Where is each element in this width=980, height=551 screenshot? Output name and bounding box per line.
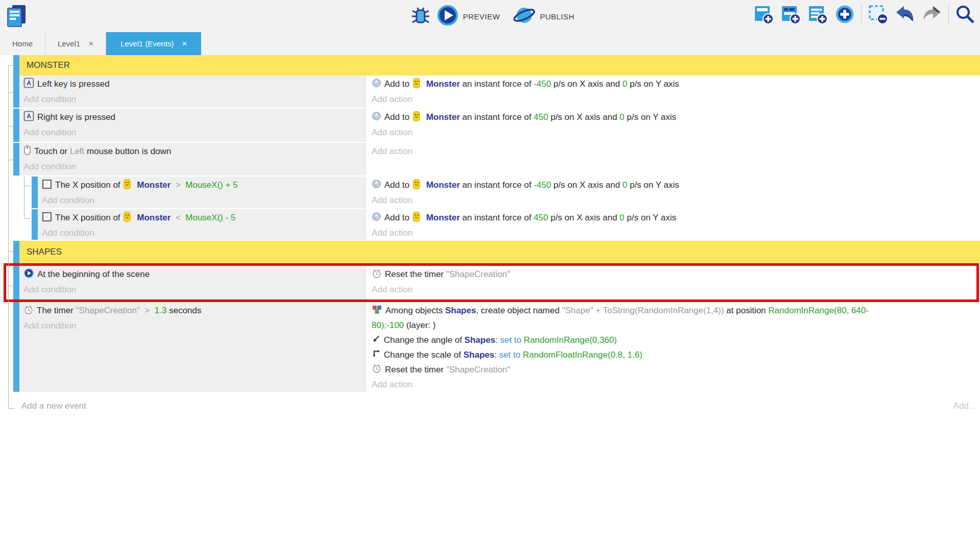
search-button[interactable] — [954, 4, 976, 25]
condition-item[interactable]: At the beginning of the scene — [23, 267, 365, 282]
action-item[interactable]: Among objects Shapes, create object name… — [372, 303, 980, 318]
add-action-link[interactable]: Add action — [372, 125, 980, 140]
event-row[interactable]: The X position of Monster > MouseX() + 5… — [0, 177, 980, 208]
text-fragment: "ShapeCreation" — [446, 269, 510, 280]
mouse-icon — [23, 145, 34, 158]
add-condition-link[interactable]: Add condition — [23, 159, 365, 174]
add-more-link[interactable]: Add... — [953, 401, 976, 411]
scale-icon — [372, 349, 384, 361]
actions-cell[interactable]: Add to Monster an instant force of -450 … — [365, 76, 980, 108]
action-item[interactable]: Add to Monster an instant force of -450 … — [372, 77, 980, 92]
text-fragment: Shapes — [445, 306, 476, 316]
conditions-cell[interactable]: The X position of Monster < MouseX() - 5… — [38, 209, 365, 240]
event-row[interactable]: The timer "ShapeCreation" > 1.3 secondsA… — [0, 302, 980, 392]
event-row[interactable]: The X position of Monster < MouseX() - 5… — [0, 209, 980, 240]
tab-level1-events[interactable]: Level1 (Events) × — [106, 32, 201, 55]
group-label: SHAPES — [19, 241, 980, 263]
actions-cell[interactable]: Among objects Shapes, create object name… — [365, 302, 980, 392]
action-item[interactable]: Add to Monster an instant force of 450 p… — [372, 210, 980, 226]
action-item[interactable]: Add to Monster an instant force of -450 … — [372, 178, 980, 193]
conditions-cell[interactable]: Touch or Left mouse button is downAdd co… — [19, 143, 365, 176]
text-fragment: p/s on Y axis — [627, 79, 679, 89]
actions-cell[interactable]: Add to Monster an instant force of -450 … — [365, 177, 980, 208]
redo-button[interactable] — [921, 4, 943, 25]
timer-icon — [23, 305, 37, 317]
add-new-event-link[interactable]: Add a new event — [21, 401, 86, 411]
condition-item[interactable]: Touch or Left mouse button is down — [23, 144, 365, 159]
event-row[interactable]: Touch or Left mouse button is downAdd co… — [0, 143, 980, 176]
condition-item[interactable]: ALeft key is pressed — [23, 77, 365, 92]
text-fragment: an instant force of — [460, 180, 534, 190]
action-item[interactable]: Change the angle of Shapes: set to Rando… — [372, 333, 980, 347]
project-manager-icon[interactable] — [6, 4, 27, 28]
timer-icon — [372, 363, 385, 376]
text-fragment: -450 — [534, 79, 551, 89]
add-event-button[interactable] — [753, 4, 774, 25]
close-icon[interactable]: × — [88, 39, 93, 49]
add-action-link[interactable]: Add action — [372, 377, 980, 392]
add-subevent-button[interactable] — [780, 4, 801, 25]
add-action-link[interactable]: Add action — [372, 144, 980, 159]
add-condition-link[interactable]: Add condition — [42, 226, 365, 241]
action-item[interactable]: Add to Monster an instant force of 450 p… — [372, 110, 980, 125]
actions-cell[interactable]: Add to Monster an instant force of 450 p… — [365, 209, 980, 240]
debug-button[interactable] — [410, 6, 431, 27]
row-indent — [0, 76, 13, 108]
sheet-footer: Add a new event Add... — [0, 393, 980, 417]
scene-start-icon — [23, 268, 37, 281]
tab-level1[interactable]: Level1 × — [45, 32, 106, 55]
text-fragment: (layer: ) — [404, 320, 435, 331]
add-condition-link[interactable]: Add condition — [42, 193, 365, 208]
add-condition-link[interactable]: Add condition — [23, 92, 365, 107]
action-item[interactable]: Change the scale of Shapes: set to Rando… — [372, 347, 980, 362]
event-group-row[interactable]: SHAPES — [0, 241, 980, 263]
add-action-link[interactable]: Add action — [372, 226, 980, 241]
event-group-row[interactable]: MONSTER — [0, 55, 980, 76]
preview-button[interactable]: PREVIEW — [436, 4, 500, 29]
text-fragment: The timer — [37, 306, 76, 316]
text-fragment: "ShapeCreation" — [446, 365, 510, 375]
tree-line — [24, 186, 31, 186]
conditions-cell[interactable]: ARight key is pressedAdd condition — [19, 109, 365, 142]
tab-home[interactable]: Home — [0, 32, 45, 55]
event-row[interactable]: ALeft key is pressedAdd conditionAdd to … — [0, 76, 980, 108]
action-item[interactable]: Reset the timer "ShapeCreation" — [372, 267, 976, 282]
text-fragment: Left key is pressed — [37, 79, 110, 89]
add-other-button[interactable] — [834, 4, 855, 25]
keyboard-icon: A — [23, 111, 37, 124]
event-bar — [13, 266, 19, 299]
conditions-cell[interactable]: The timer "ShapeCreation" > 1.3 secondsA… — [19, 302, 365, 392]
add-action-link[interactable]: Add action — [372, 282, 976, 297]
actions-cell[interactable]: Add to Monster an instant force of 450 p… — [365, 109, 980, 142]
condition-item[interactable]: The X position of Monster < MouseX() - 5 — [42, 210, 365, 226]
condition-item[interactable]: The timer "ShapeCreation" > 1.3 seconds — [23, 303, 365, 318]
play-icon — [436, 4, 459, 29]
undo-button[interactable] — [894, 4, 916, 25]
add-condition-link[interactable]: Add condition — [23, 125, 365, 140]
add-condition-link[interactable]: Add condition — [23, 318, 365, 334]
close-icon[interactable]: × — [182, 39, 187, 49]
action-item[interactable]: Reset the timer "ShapeCreation" — [372, 362, 980, 377]
action-item-continuation[interactable]: 80);-100 (layer: ) — [372, 318, 980, 333]
add-condition-link[interactable]: Add condition — [23, 282, 365, 297]
text-fragment: set to — [500, 335, 524, 345]
keyboard-icon: A — [23, 78, 37, 91]
publish-button[interactable]: PUBLISH — [512, 4, 575, 29]
event-row[interactable]: At the beginning of the sceneAdd conditi… — [6, 266, 976, 299]
actions-cell[interactable]: Add action — [365, 143, 980, 176]
conditions-cell[interactable]: At the beginning of the sceneAdd conditi… — [19, 266, 365, 299]
add-comment-button[interactable] — [807, 4, 828, 25]
conditions-cell[interactable]: The X position of Monster > MouseX() + 5… — [38, 177, 365, 208]
event-row[interactable]: ARight key is pressedAdd conditionAdd to… — [0, 109, 980, 142]
conditions-cell[interactable]: ALeft key is pressedAdd condition — [19, 76, 365, 108]
objects-icon — [372, 304, 385, 317]
event-bar — [13, 76, 19, 108]
add-action-link[interactable]: Add action — [372, 92, 980, 107]
condition-item[interactable]: The X position of Monster > MouseX() + 5 — [42, 178, 365, 193]
condition-item[interactable]: ARight key is pressed — [23, 110, 365, 125]
tree-line — [24, 177, 24, 219]
actions-cell[interactable]: Reset the timer "ShapeCreation"Add actio… — [365, 266, 976, 299]
add-action-link[interactable]: Add action — [372, 193, 980, 208]
force-icon — [372, 111, 384, 123]
delete-event-button[interactable] — [867, 4, 889, 25]
